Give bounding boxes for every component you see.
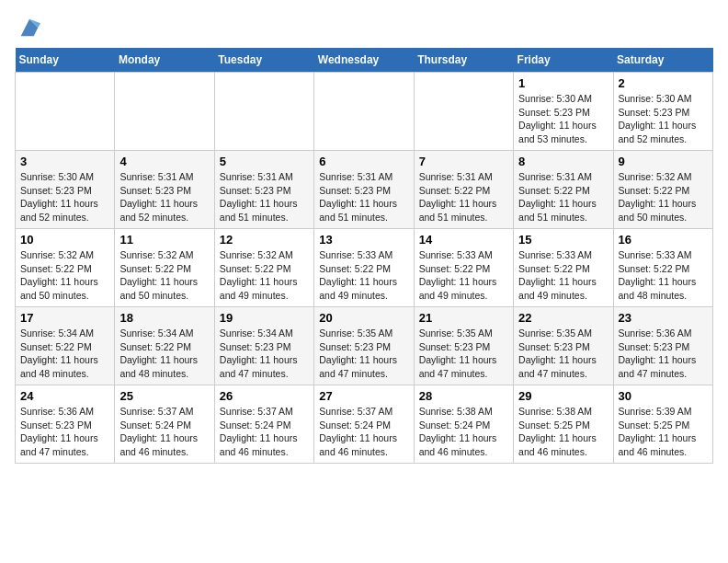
calendar-cell: 5Sunrise: 5:31 AM Sunset: 5:23 PM Daylig… <box>214 151 313 229</box>
weekday-header: Sunday <box>16 48 115 73</box>
day-number: 3 <box>20 155 109 168</box>
calendar-cell: 11Sunrise: 5:32 AM Sunset: 5:22 PM Dayli… <box>115 229 214 307</box>
day-number: 6 <box>319 155 408 168</box>
calendar-cell: 30Sunrise: 5:39 AM Sunset: 5:25 PM Dayli… <box>613 385 712 464</box>
day-number: 25 <box>119 389 209 403</box>
day-info: Sunrise: 5:37 AM Sunset: 5:24 PM Dayligh… <box>319 405 408 459</box>
calendar-cell: 26Sunrise: 5:37 AM Sunset: 5:24 PM Dayli… <box>214 385 313 464</box>
calendar-cell: 16Sunrise: 5:33 AM Sunset: 5:22 PM Dayli… <box>613 229 712 307</box>
day-number: 8 <box>518 155 608 168</box>
day-number: 19 <box>220 311 309 325</box>
weekday-header: Thursday <box>414 48 513 73</box>
day-number: 24 <box>20 389 109 403</box>
day-info: Sunrise: 5:33 AM Sunset: 5:22 PM Dayligh… <box>319 248 408 303</box>
calendar-cell: 6Sunrise: 5:31 AM Sunset: 5:23 PM Daylig… <box>314 151 414 229</box>
page-header <box>15 15 713 40</box>
calendar-cell <box>214 73 313 151</box>
weekday-header: Saturday <box>613 48 712 73</box>
calendar-cell: 13Sunrise: 5:33 AM Sunset: 5:22 PM Dayli… <box>314 229 414 307</box>
calendar-cell: 7Sunrise: 5:31 AM Sunset: 5:22 PM Daylig… <box>414 151 513 229</box>
day-info: Sunrise: 5:33 AM Sunset: 5:22 PM Dayligh… <box>619 248 708 303</box>
calendar-week-row: 3Sunrise: 5:30 AM Sunset: 5:23 PM Daylig… <box>16 151 713 229</box>
day-info: Sunrise: 5:37 AM Sunset: 5:24 PM Dayligh… <box>220 405 309 459</box>
day-info: Sunrise: 5:30 AM Sunset: 5:23 PM Dayligh… <box>619 92 708 146</box>
day-number: 17 <box>20 311 109 325</box>
calendar-cell <box>115 73 214 151</box>
day-info: Sunrise: 5:33 AM Sunset: 5:22 PM Dayligh… <box>518 248 608 303</box>
day-number: 5 <box>220 155 309 168</box>
day-info: Sunrise: 5:30 AM Sunset: 5:23 PM Dayligh… <box>20 170 109 224</box>
weekday-header: Monday <box>115 48 214 73</box>
day-info: Sunrise: 5:38 AM Sunset: 5:24 PM Dayligh… <box>419 405 508 459</box>
day-info: Sunrise: 5:32 AM Sunset: 5:22 PM Dayligh… <box>619 170 708 224</box>
day-number: 13 <box>319 233 408 247</box>
day-info: Sunrise: 5:34 AM Sunset: 5:22 PM Dayligh… <box>20 327 109 381</box>
calendar-cell: 25Sunrise: 5:37 AM Sunset: 5:24 PM Dayli… <box>115 385 214 464</box>
calendar-cell <box>314 73 414 151</box>
day-number: 23 <box>619 311 708 325</box>
day-number: 28 <box>419 389 508 403</box>
day-info: Sunrise: 5:36 AM Sunset: 5:23 PM Dayligh… <box>619 327 708 381</box>
day-number: 10 <box>20 233 109 247</box>
day-info: Sunrise: 5:35 AM Sunset: 5:23 PM Dayligh… <box>319 327 408 381</box>
calendar-cell: 18Sunrise: 5:34 AM Sunset: 5:22 PM Dayli… <box>115 307 214 385</box>
calendar-cell: 20Sunrise: 5:35 AM Sunset: 5:23 PM Dayli… <box>314 307 414 385</box>
calendar-cell: 8Sunrise: 5:31 AM Sunset: 5:22 PM Daylig… <box>514 151 613 229</box>
calendar-table: SundayMondayTuesdayWednesdayThursdayFrid… <box>15 48 713 464</box>
day-number: 30 <box>619 389 708 403</box>
day-info: Sunrise: 5:34 AM Sunset: 5:22 PM Dayligh… <box>119 327 209 381</box>
weekday-header: Tuesday <box>214 48 313 73</box>
day-info: Sunrise: 5:31 AM Sunset: 5:22 PM Dayligh… <box>419 170 508 224</box>
day-info: Sunrise: 5:31 AM Sunset: 5:22 PM Dayligh… <box>518 170 608 224</box>
calendar-cell: 12Sunrise: 5:32 AM Sunset: 5:22 PM Dayli… <box>214 229 313 307</box>
weekday-header: Friday <box>514 48 613 73</box>
day-info: Sunrise: 5:33 AM Sunset: 5:22 PM Dayligh… <box>419 248 508 303</box>
calendar-cell: 21Sunrise: 5:35 AM Sunset: 5:23 PM Dayli… <box>414 307 513 385</box>
calendar-cell: 4Sunrise: 5:31 AM Sunset: 5:23 PM Daylig… <box>115 151 214 229</box>
day-number: 21 <box>419 311 508 325</box>
calendar-cell: 15Sunrise: 5:33 AM Sunset: 5:22 PM Dayli… <box>514 229 613 307</box>
calendar-cell: 23Sunrise: 5:36 AM Sunset: 5:23 PM Dayli… <box>613 307 712 385</box>
calendar-cell: 2Sunrise: 5:30 AM Sunset: 5:23 PM Daylig… <box>613 73 712 151</box>
day-number: 16 <box>619 233 708 247</box>
calendar-cell: 27Sunrise: 5:37 AM Sunset: 5:24 PM Dayli… <box>314 385 414 464</box>
day-info: Sunrise: 5:31 AM Sunset: 5:23 PM Dayligh… <box>119 170 209 224</box>
day-info: Sunrise: 5:32 AM Sunset: 5:22 PM Dayligh… <box>20 248 109 303</box>
calendar-cell: 24Sunrise: 5:36 AM Sunset: 5:23 PM Dayli… <box>16 385 115 464</box>
day-number: 29 <box>518 389 608 403</box>
day-info: Sunrise: 5:31 AM Sunset: 5:23 PM Dayligh… <box>319 170 408 224</box>
calendar-cell <box>16 73 115 151</box>
day-number: 11 <box>119 233 209 247</box>
calendar-cell: 10Sunrise: 5:32 AM Sunset: 5:22 PM Dayli… <box>16 229 115 307</box>
calendar-cell: 3Sunrise: 5:30 AM Sunset: 5:23 PM Daylig… <box>16 151 115 229</box>
logo-icon <box>17 15 42 40</box>
calendar-cell: 17Sunrise: 5:34 AM Sunset: 5:22 PM Dayli… <box>16 307 115 385</box>
day-info: Sunrise: 5:32 AM Sunset: 5:22 PM Dayligh… <box>220 248 309 303</box>
day-info: Sunrise: 5:30 AM Sunset: 5:23 PM Dayligh… <box>518 92 608 146</box>
day-number: 26 <box>220 389 309 403</box>
day-info: Sunrise: 5:31 AM Sunset: 5:23 PM Dayligh… <box>220 170 309 224</box>
calendar-week-row: 24Sunrise: 5:36 AM Sunset: 5:23 PM Dayli… <box>16 385 713 464</box>
day-number: 12 <box>220 233 309 247</box>
calendar-cell: 29Sunrise: 5:38 AM Sunset: 5:25 PM Dayli… <box>514 385 613 464</box>
day-info: Sunrise: 5:32 AM Sunset: 5:22 PM Dayligh… <box>119 248 209 303</box>
day-number: 14 <box>419 233 508 247</box>
weekday-header-row: SundayMondayTuesdayWednesdayThursdayFrid… <box>16 48 713 73</box>
day-info: Sunrise: 5:35 AM Sunset: 5:23 PM Dayligh… <box>518 327 608 381</box>
calendar-week-row: 1Sunrise: 5:30 AM Sunset: 5:23 PM Daylig… <box>16 73 713 151</box>
calendar-week-row: 10Sunrise: 5:32 AM Sunset: 5:22 PM Dayli… <box>16 229 713 307</box>
logo <box>15 15 42 40</box>
calendar-cell: 9Sunrise: 5:32 AM Sunset: 5:22 PM Daylig… <box>613 151 712 229</box>
day-number: 2 <box>619 76 708 90</box>
day-number: 1 <box>518 76 608 90</box>
day-info: Sunrise: 5:36 AM Sunset: 5:23 PM Dayligh… <box>20 405 109 459</box>
calendar-cell: 22Sunrise: 5:35 AM Sunset: 5:23 PM Dayli… <box>514 307 613 385</box>
day-info: Sunrise: 5:35 AM Sunset: 5:23 PM Dayligh… <box>419 327 508 381</box>
day-number: 20 <box>319 311 408 325</box>
day-number: 18 <box>119 311 209 325</box>
day-info: Sunrise: 5:37 AM Sunset: 5:24 PM Dayligh… <box>119 405 209 459</box>
day-number: 22 <box>518 311 608 325</box>
day-number: 15 <box>518 233 608 247</box>
day-info: Sunrise: 5:34 AM Sunset: 5:23 PM Dayligh… <box>220 327 309 381</box>
calendar-cell: 28Sunrise: 5:38 AM Sunset: 5:24 PM Dayli… <box>414 385 513 464</box>
